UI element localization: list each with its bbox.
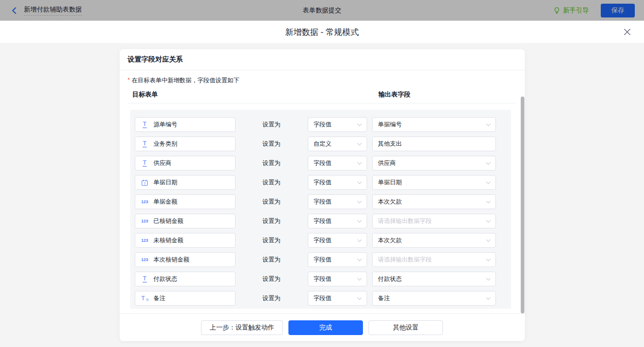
set-as-label: 设置为 (236, 236, 308, 245)
value-mode-select[interactable]: 字段值 (308, 233, 367, 248)
chevron-down-icon (357, 122, 362, 126)
chevron-down-icon (357, 160, 362, 165)
output-field-select[interactable]: 单据日期 (372, 175, 496, 190)
other-settings-button[interactable]: 其他设置 (368, 320, 443, 335)
output-field-value: 请选择输出数据字段 (378, 256, 432, 264)
field-mapping-row: T 备注 设置为 字段值 备注 (135, 291, 511, 306)
set-as-label: 设置为 (236, 120, 308, 129)
set-as-label: 设置为 (236, 294, 308, 302)
target-field-label: 已核销金额 (154, 217, 184, 225)
value-mode-select[interactable]: 字段值 (308, 291, 367, 306)
set-as-label: 设置为 (236, 275, 308, 283)
target-field-box[interactable]: T 付款状态 (135, 272, 236, 286)
field-mapping-row: 7 单据日期 设置为 字段值 单据日期 (135, 175, 511, 190)
output-field-select[interactable]: 供应商 (372, 156, 496, 171)
target-field-label: 单据日期 (154, 178, 178, 187)
target-field-box[interactable]: T 源单编号 (135, 117, 236, 132)
scrollbar-thumb[interactable] (521, 97, 524, 313)
target-field-box[interactable]: 123 单据金额 (135, 194, 236, 209)
date-field-icon: 7 (140, 179, 150, 186)
target-field-box[interactable]: 7 单据日期 (135, 175, 236, 190)
chevron-down-icon (486, 257, 490, 262)
column-headers: 目标表单 输出表字段 (128, 91, 517, 103)
save-button[interactable]: 保存 (601, 4, 635, 17)
value-mode-value: 字段值 (314, 236, 332, 245)
card-header: 设置字段对应关系 (120, 49, 525, 70)
number-field-icon: 123 (140, 258, 150, 262)
target-field-label: 本次核销金额 (154, 256, 190, 264)
target-field-label: 供应商 (154, 159, 172, 167)
instruction-text: *在目标表单中新增数据，字段值设置如下 (128, 76, 517, 85)
output-field-value: 本次欠款 (378, 198, 402, 206)
target-field-label: 业务类别 (154, 140, 178, 148)
target-field-box[interactable]: 123 本次核销金额 (135, 252, 236, 267)
value-mode-value: 字段值 (314, 159, 332, 167)
field-mapping-row: 123 已核销金额 设置为 字段值 请选择输出数据字段 (135, 214, 511, 228)
chevron-left-icon (11, 7, 17, 14)
set-as-label: 设置为 (236, 256, 308, 264)
chevron-down-icon (357, 141, 362, 146)
required-asterisk: * (128, 77, 130, 83)
chevron-down-icon (486, 238, 490, 242)
beginner-guide-label: 新手引导 (563, 6, 589, 15)
value-mode-select[interactable]: 自定义 (308, 137, 367, 151)
back-button[interactable] (9, 6, 18, 15)
number-field-icon: 123 (140, 219, 150, 223)
output-field-select[interactable]: 其他支出 (372, 137, 496, 151)
text-field-icon: T (140, 121, 150, 128)
column-header-output-field: 输出表字段 (379, 91, 411, 99)
value-mode-value: 字段值 (314, 256, 332, 264)
column-header-target-form: 目标表单 (132, 91, 158, 99)
field-mapping-row: T 业务类别 设置为 自定义 其他支出 (135, 137, 511, 151)
output-field-select[interactable]: 请选择输出数据字段 (372, 214, 496, 228)
lightbulb-icon (553, 7, 560, 14)
top-bar: 新增付款辅助表数据 表单数据提交 新手引导 保存 (0, 0, 644, 21)
chevron-down-icon (357, 257, 362, 262)
value-mode-select[interactable]: 字段值 (308, 214, 367, 228)
field-mapping-card: 设置字段对应关系 *在目标表单中新增数据，字段值设置如下 目标表单 输出表字段 … (120, 49, 525, 341)
output-field-select[interactable]: 备注 (372, 291, 496, 306)
output-field-value: 单据编号 (378, 120, 402, 129)
output-field-select[interactable]: 单据编号 (372, 117, 496, 132)
output-field-value: 供应商 (378, 159, 396, 167)
chevron-down-icon (486, 160, 490, 165)
field-mapping-row: T 付款状态 设置为 字段值 付款状态 (135, 272, 511, 286)
value-mode-select[interactable]: 字段值 (308, 272, 367, 286)
target-field-label: 源单编号 (154, 120, 178, 129)
workflow-title[interactable]: 新增付款辅助表数据 (24, 6, 82, 16)
output-field-value: 请选择输出数据字段 (378, 217, 432, 225)
beginner-guide-link[interactable]: 新手引导 (553, 6, 589, 15)
output-field-select[interactable]: 付款状态 (372, 272, 496, 286)
set-as-label: 设置为 (236, 178, 308, 187)
target-field-box[interactable]: 123 未核销金额 (135, 233, 236, 248)
value-mode-select[interactable]: 字段值 (308, 117, 367, 132)
svg-text:7: 7 (144, 181, 145, 185)
finish-button[interactable]: 完成 (288, 320, 363, 335)
output-field-select[interactable]: 请选择输出数据字段 (372, 252, 496, 267)
output-field-select[interactable]: 本次欠款 (372, 194, 496, 209)
close-button[interactable] (622, 27, 632, 37)
target-field-label: 备注 (154, 294, 166, 302)
text-field-icon: T (140, 140, 150, 148)
value-mode-select[interactable]: 字段值 (308, 156, 367, 171)
chevron-down-icon (486, 218, 490, 223)
target-field-box[interactable]: T 业务类别 (135, 137, 236, 151)
text-field-icon: T (140, 159, 150, 167)
value-mode-select[interactable]: 字段值 (308, 175, 367, 190)
instruction-label: 在目标表单中新增数据，字段值设置如下 (132, 77, 239, 84)
target-field-box[interactable]: 123 已核销金额 (135, 214, 236, 228)
target-field-label: 单据金额 (154, 198, 178, 206)
modal-body: 设置字段对应关系 *在目标表单中新增数据，字段值设置如下 目标表单 输出表字段 … (0, 49, 644, 347)
number-field-icon: 123 (140, 200, 150, 204)
text-field-icon: T (140, 275, 150, 283)
target-field-box[interactable]: T 备注 (135, 291, 236, 306)
topbar-right-group: 新手引导 保存 (553, 4, 635, 17)
chevron-down-icon (486, 276, 490, 281)
target-field-box[interactable]: T 供应商 (135, 156, 236, 171)
value-mode-select[interactable]: 字段值 (308, 194, 367, 209)
chevron-down-icon (486, 199, 490, 204)
output-field-select[interactable]: 本次欠款 (372, 233, 496, 248)
value-mode-select[interactable]: 字段值 (308, 252, 367, 267)
value-mode-value: 字段值 (314, 294, 332, 302)
previous-step-button[interactable]: 上一步：设置触发动作 (201, 320, 283, 335)
